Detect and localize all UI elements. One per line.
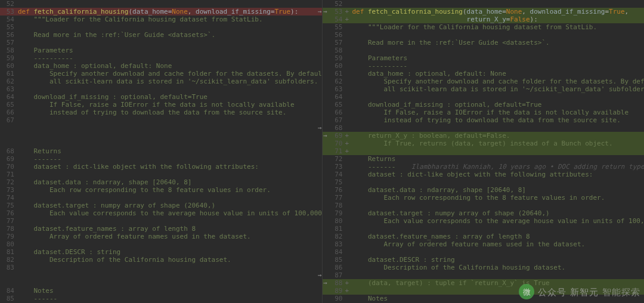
code-text: Array of ordered feature names used in t… (17, 233, 251, 240)
code-line[interactable]: 72 Returns (323, 155, 645, 163)
code-line[interactable]: 77 (0, 217, 322, 225)
diff-pane-left[interactable]: 5253def fetch_california_housing(data_ho… (0, 0, 323, 303)
line-number: 56 (329, 31, 345, 39)
code-line[interactable]: 85 ------ (0, 295, 322, 302)
code-line[interactable]: 76 dataset.data : ndarray, shape [20640,… (323, 186, 645, 194)
code-line[interactable]: 84 Notes (0, 287, 322, 295)
code-line[interactable]: 65 If False, raise a IOError if the data… (0, 101, 322, 109)
code-line[interactable]: 73 ------- Ilambharathi Kanniah, 10 year… (323, 163, 645, 171)
code-line[interactable]: 57 (0, 39, 322, 47)
code-line[interactable]: 53def fetch_california_housing(data_home… (0, 8, 322, 16)
code-text: ------- (17, 155, 61, 163)
line-number: 82 (0, 256, 17, 264)
code-line[interactable]: 65 download_if_missing : optional, defau… (323, 101, 645, 109)
code-line[interactable] (0, 279, 322, 287)
code-line[interactable]: 83 Array of ordered feature names used i… (323, 240, 645, 248)
code-line[interactable]: 87 (323, 271, 645, 279)
diff-pane-right[interactable]: 52→53+def fetch_california_housing(data_… (323, 0, 645, 303)
diff-arrow-icon (323, 186, 329, 194)
line-number: 62 (329, 78, 345, 85)
code-line[interactable]: →69+ return_X_y : boolean, default=False… (323, 132, 645, 140)
diff-sign (345, 217, 351, 225)
code-line[interactable]: 83 (0, 264, 322, 271)
code-line[interactable]: 62 Specify another download and cache fo… (323, 78, 645, 85)
code-line[interactable]: 76 Each value corresponds to the average… (0, 209, 322, 217)
code-line[interactable]: 64 (323, 93, 645, 101)
code-text: ------- Ilambharathi Kanniah, 10 years a… (351, 163, 645, 171)
code-line[interactable]: 73 Each row corresponding to the 8 featu… (0, 186, 322, 194)
code-line[interactable]: 75 dataset.target : numpy array of shape… (0, 202, 322, 209)
code-line[interactable]: 71 (0, 171, 322, 178)
code-line[interactable] (0, 132, 322, 140)
code-line[interactable]: 56 (323, 31, 645, 39)
code-line[interactable]: → (0, 124, 322, 132)
diff-sign (345, 54, 351, 62)
code-line[interactable]: 67 instead of trying to download the dat… (323, 116, 645, 124)
line-number: 54 (329, 16, 345, 23)
code-line[interactable]: 63 all scikit-learn data is stored in '~… (323, 85, 645, 93)
code-line[interactable]: 59 Parameters (323, 54, 645, 62)
diff-sign (345, 256, 351, 264)
code-line[interactable]: 57 Read more in the :ref:`User Guide <da… (323, 39, 645, 47)
code-line[interactable]: 70 dataset : dict-like object with the f… (0, 163, 322, 171)
code-line[interactable]: 58 Parameters (0, 47, 322, 54)
code-text: Each value corresponds to the average ho… (17, 209, 323, 217)
code-line[interactable]: 81 (323, 225, 645, 233)
code-line[interactable]: 60 data_home : optional, default: None (0, 62, 322, 70)
diff-sign (345, 101, 351, 109)
code-line[interactable]: 70+ If True, returns (data, target) inst… (323, 140, 645, 147)
code-line[interactable]: 64 download_if_missing : optional, defau… (0, 93, 322, 101)
code-line[interactable]: 79 Array of ordered feature names used i… (0, 233, 322, 240)
code-line[interactable]: 80 (0, 240, 322, 248)
code-line[interactable]: 69 ------- (0, 155, 322, 163)
code-line[interactable]: 78 dataset.feature_names : array of leng… (0, 225, 322, 233)
code-line[interactable]: 52 (0, 0, 322, 8)
code-line[interactable]: 71+ (323, 147, 645, 155)
code-line[interactable]: 66 instead of trying to download the dat… (0, 109, 322, 116)
code-line[interactable]: 60 ---------- (323, 62, 645, 70)
code-line[interactable]: 86 Description of the California housing… (323, 264, 645, 271)
diff-arrow-icon (323, 109, 329, 116)
code-line[interactable]: 55 (0, 23, 322, 31)
code-line[interactable]: → (0, 271, 322, 279)
code-line[interactable] (0, 140, 322, 147)
code-text: """Loader for the California housing dat… (17, 16, 263, 23)
code-line[interactable]: 67 (0, 116, 322, 124)
code-line[interactable]: 56 Read more in the :ref:`User Guide <da… (0, 31, 322, 39)
code-line[interactable]: 81 dataset.DESCR : string (0, 248, 322, 256)
line-number: 85 (0, 295, 17, 302)
code-line[interactable]: 74 dataset : dict-like object with the f… (323, 171, 645, 178)
code-line[interactable]: 54 """Loader for the California housing … (0, 16, 322, 23)
code-line[interactable]: 72 dataset.data : ndarray, shape [20640,… (0, 178, 322, 186)
code-line[interactable]: →53+def fetch_california_housing(data_ho… (323, 8, 645, 16)
diff-sign (345, 39, 351, 47)
code-line[interactable]: 85 dataset.DESCR : string (323, 256, 645, 264)
code-line[interactable]: 68 Returns (0, 147, 322, 155)
code-line[interactable]: 80 Each value corresponds to the average… (323, 217, 645, 225)
code-line[interactable]: 78 (323, 202, 645, 209)
code-line[interactable]: 66 If False, raise a IOError if the data… (323, 109, 645, 116)
code-line[interactable]: 63 (0, 85, 322, 93)
code-text: download_if_missing : optional, default=… (351, 101, 542, 109)
code-line[interactable]: 55 """Loader for the California housing … (323, 23, 645, 31)
code-line[interactable]: 84 (323, 248, 645, 256)
code-line[interactable]: 68 (323, 124, 645, 132)
code-line[interactable]: 61 data_home : optional, default: None (323, 70, 645, 78)
code-text: Specify another download and cache folde… (351, 78, 645, 85)
code-line[interactable]: 54+ return_X_y=False): (323, 16, 645, 23)
code-line[interactable]: 82 Description of the California housing… (0, 256, 322, 264)
code-line[interactable]: 75 (323, 178, 645, 186)
code-text: dataset.target : numpy array of shape (2… (351, 209, 550, 217)
line-number: 64 (329, 93, 345, 101)
diff-arrow-icon (316, 62, 322, 70)
diff-viewer[interactable]: 5253def fetch_california_housing(data_ho… (0, 0, 644, 303)
code-line[interactable]: 58 (323, 47, 645, 54)
code-line[interactable]: 52 (323, 0, 645, 8)
code-line[interactable]: 82 dataset.feature_names : array of leng… (323, 233, 645, 240)
code-line[interactable]: 62 all scikit-learn data is stored in '~… (0, 78, 322, 85)
code-line[interactable]: 77 Each row corresponding to the 8 featu… (323, 194, 645, 202)
code-line[interactable]: 61 Specify another download and cache fo… (0, 70, 322, 78)
code-line[interactable]: 59 ---------- (0, 54, 322, 62)
code-line[interactable]: 74 (0, 194, 322, 202)
code-line[interactable]: 79 dataset.target : numpy array of shape… (323, 209, 645, 217)
